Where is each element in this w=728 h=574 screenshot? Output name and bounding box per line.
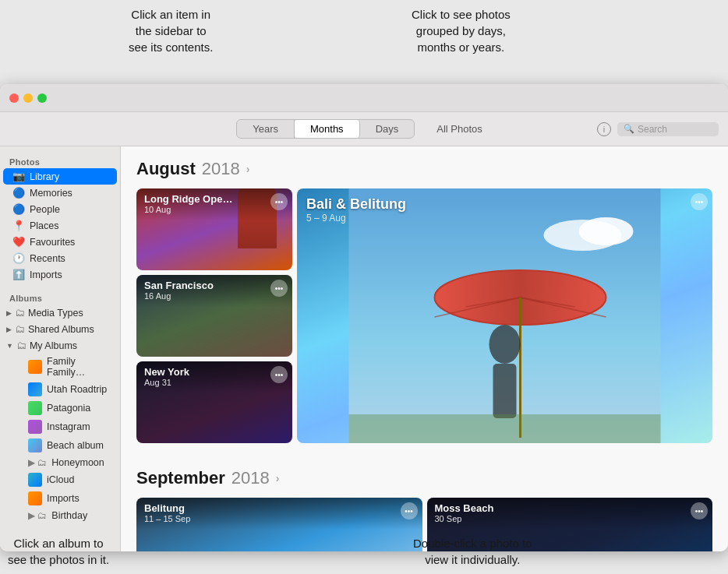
photo-date: 11 – 15 Sep <box>144 514 415 523</box>
sidebar-item-instagram[interactable]: Instagram <box>19 417 117 436</box>
album-label: Family Family… <box>47 356 108 378</box>
chevron-down-icon: ▼ <box>6 342 13 350</box>
photo-card-belitung[interactable]: Belitung 11 – 15 Sep ••• <box>136 498 422 551</box>
info-button[interactable]: i <box>597 122 611 136</box>
maximize-button[interactable] <box>37 93 47 103</box>
tab-days[interactable]: Days <box>360 120 415 138</box>
sidebar-photos-label: Photos <box>0 153 120 168</box>
sidebar-item-label: Memories <box>30 188 72 199</box>
album-label: Honeymoon <box>51 457 104 468</box>
photo-label-bali: Bali & Belitung 5 – 9 Aug <box>297 188 712 231</box>
chevron-right-icon: › <box>246 163 250 175</box>
sidebar-item-label: Recents <box>30 253 65 264</box>
close-button[interactable] <box>9 93 19 103</box>
chevron-right-icon: ▶ <box>6 326 12 333</box>
photo-title: Long Ridge Ope… <box>144 193 284 205</box>
sidebar: Photos 📷 Library 🔵 Memories 🔵 People 📍 P… <box>0 146 121 551</box>
folder-icon: ▶ 🗂 <box>28 510 47 521</box>
photo-label: Belitung 11 – 15 Sep <box>136 498 422 530</box>
month-section-aug: August 2018 › Long Ridge Ope… <box>136 159 712 453</box>
sidebar-item-imports[interactable]: ⬆️ Imports <box>3 266 117 283</box>
sidebar-item-birthday[interactable]: ▶ 🗂 Birthday <box>19 508 117 523</box>
sidebar-item-imports-album[interactable]: Imports <box>19 489 117 508</box>
search-box[interactable]: 🔍 Search <box>617 122 719 136</box>
photo-title-bali: Bali & Belitung <box>306 196 703 213</box>
sidebar-item-people[interactable]: 🔵 People <box>3 201 117 217</box>
sidebar-item-utah-roadtrip[interactable]: Utah Roadtrip <box>19 380 117 399</box>
callout-bottom-right: Double-click a photo toview it individua… <box>413 535 532 568</box>
chevron-right-icon: ▶ <box>6 309 12 317</box>
sidebar-item-honeymoon[interactable]: ▶ 🗂 Honeymoon <box>19 455 117 470</box>
minimize-button[interactable] <box>23 93 33 103</box>
photo-label: San Francisco 16 Aug <box>136 275 292 307</box>
photo-card-ny[interactable]: New York Aug 31 ••• <box>136 361 292 443</box>
svg-point-12 <box>489 325 521 364</box>
photo-more-button[interactable]: ••• <box>691 193 708 210</box>
photo-more-button[interactable]: ••• <box>270 366 288 383</box>
sidebar-item-places[interactable]: 📍 Places <box>3 217 117 234</box>
callout-top-left: Click an item inthe sidebar tosee its co… <box>129 6 213 55</box>
photo-more-button[interactable]: ••• <box>270 280 288 297</box>
photo-label: New York Aug 31 <box>136 361 292 393</box>
photo-card-sf[interactable]: San Francisco 16 Aug ••• <box>136 275 292 357</box>
month-header-aug[interactable]: August 2018 › <box>136 159 712 179</box>
album-thumb <box>28 420 42 434</box>
photo-label: Long Ridge Ope… 10 Aug <box>136 188 292 220</box>
search-placeholder: Search <box>638 124 667 135</box>
album-label: Instagram <box>47 421 90 432</box>
sidebar-item-memories[interactable]: 🔵 Memories <box>3 185 117 201</box>
chevron-right-icon: › <box>276 472 280 484</box>
tab-all-photos[interactable]: All Photos <box>427 120 492 138</box>
photo-title: San Francisco <box>144 280 284 291</box>
sidebar-item-favourites[interactable]: ❤️ Favourites <box>3 234 117 250</box>
sidebar-item-icloud[interactable]: iCloud <box>19 470 117 489</box>
sidebar-item-patagonia[interactable]: Patagonia <box>19 399 117 417</box>
memories-icon: 🔵 <box>12 187 25 199</box>
month-year: 2018 <box>231 468 270 488</box>
favourites-icon: ❤️ <box>12 236 25 248</box>
album-thumb <box>28 473 42 487</box>
group-label: My Albums <box>30 340 77 351</box>
aug-photo-grid: Long Ridge Ope… 10 Aug ••• San Francisco… <box>136 188 712 453</box>
photo-title: Moss Beach <box>435 502 705 514</box>
sidebar-group-my-albums[interactable]: ▼ 🗂 My Albums <box>0 337 120 354</box>
album-label: Beach album <box>47 440 104 451</box>
sidebar-item-label: Imports <box>30 269 62 280</box>
sidebar-item-label: Places <box>30 220 59 231</box>
group-label: Shared Albums <box>28 324 94 335</box>
photo-title: Belitung <box>144 502 415 514</box>
month-name: September <box>136 468 225 488</box>
album-label: Utah Roadtrip <box>47 384 107 395</box>
photo-date-bali: 5 – 9 Aug <box>306 213 703 224</box>
sidebar-item-library[interactable]: 📷 Library <box>3 168 117 185</box>
photo-date: 10 Aug <box>144 205 284 214</box>
photo-more-button[interactable]: ••• <box>691 502 708 519</box>
places-icon: 📍 <box>12 220 25 231</box>
sidebar-item-beach-album[interactable]: Beach album <box>19 436 117 455</box>
callout-top-right: Click to see photosgrouped by days,month… <box>412 6 511 55</box>
tab-months[interactable]: Months <box>295 120 360 138</box>
toolbar-right: i 🔍 Search <box>597 122 719 136</box>
search-icon: 🔍 <box>624 124 634 134</box>
sidebar-item-recents[interactable]: 🕐 Recents <box>3 250 117 266</box>
photo-more-button[interactable]: ••• <box>270 193 288 210</box>
sidebar-group-shared-albums[interactable]: ▶ 🗂 Shared Albums <box>0 321 120 337</box>
album-thumb <box>28 401 42 415</box>
my-albums-children: Family Family… Utah Roadtrip Patagonia I… <box>0 354 120 523</box>
album-thumb <box>28 438 42 453</box>
album-label: iCloud <box>47 474 74 485</box>
month-header-sep[interactable]: September 2018 › <box>136 468 712 488</box>
sidebar-group-media-types[interactable]: ▶ 🗂 Media Types <box>0 305 120 321</box>
album-label: Patagonia <box>47 403 90 414</box>
sidebar-item-label: People <box>30 204 60 215</box>
photo-more-button[interactable]: ••• <box>401 502 418 519</box>
photo-content: August 2018 › Long Ridge Ope… <box>121 146 728 551</box>
recents-icon: 🕐 <box>12 252 25 264</box>
tab-years[interactable]: Years <box>237 120 295 138</box>
sidebar-item-family-family[interactable]: Family Family… <box>19 354 117 380</box>
photo-card-ridge[interactable]: Long Ridge Ope… 10 Aug ••• <box>136 188 292 270</box>
album-label: Imports <box>47 493 80 504</box>
month-year: 2018 <box>202 159 240 179</box>
photo-card-bali[interactable]: Bali & Belitung 5 – 9 Aug ••• <box>297 188 712 443</box>
photo-date: Aug 31 <box>144 378 284 387</box>
